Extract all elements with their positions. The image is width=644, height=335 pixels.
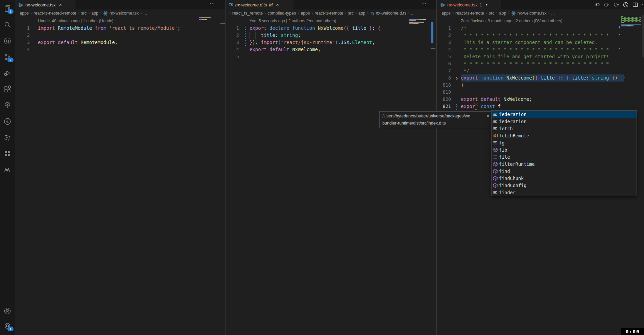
suggest-item-findChunk[interactable]: findChunk (492, 175, 637, 182)
breadcrumb-item[interactable]: apps (20, 11, 29, 16)
breadcrumb-item[interactable]: react_ts_remote (232, 11, 263, 16)
git-graph-icon[interactable] (0, 116, 15, 127)
minimap[interactable] (621, 22, 624, 23)
git-blame-annotation[interactable]: Hanric, 48 minutes ago | 1 author (Hanri… (38, 18, 113, 25)
fold-chevron-icon[interactable] (454, 75, 459, 81)
suggest-item-federation[interactable]: federation (492, 118, 637, 125)
minimap-gutter-marker[interactable] (619, 26, 620, 28)
breadcrumb-item[interactable]: ... (411, 11, 414, 16)
suggest-item-fib[interactable]: fib (492, 146, 637, 153)
breadcrumb-item[interactable]: src (489, 11, 495, 16)
code-line-3[interactable]: 3 This is a starter component and can be… (437, 39, 644, 46)
source-control-icon[interactable]: 7 (0, 51, 15, 63)
scrollbar-slider[interactable] (220, 23, 225, 24)
suggest-item-find[interactable]: find (492, 168, 637, 175)
code-line-820[interactable]: 820export default NxWelcome; (437, 96, 644, 103)
suggest-item-findConfig[interactable]: findConfig (492, 182, 637, 189)
code-line-3[interactable]: 3}): import("react/jsx-runtime").JSX.Ele… (225, 39, 437, 46)
code-line-3[interactable]: 3export default RemoteModule; (15, 39, 225, 46)
breadcrumb-item[interactable]: apps (442, 11, 451, 16)
breadcrumb-item[interactable]: nx-welcome.tsx (103, 11, 139, 16)
code-editor[interactable]: Zack Jackson, 9 months ago | 2 authors (… (437, 17, 644, 110)
suggest-item-finder[interactable]: finder (492, 189, 637, 196)
close-icon[interactable]: × (59, 2, 62, 7)
suggest-item-fg[interactable]: fg (492, 139, 637, 146)
minimap[interactable] (621, 21, 641, 22)
minimap-highlight[interactable] (621, 24, 641, 25)
grid-icon[interactable] (0, 148, 15, 159)
code-line-5[interactable]: 5 (225, 53, 437, 60)
code-line-818[interactable]: 818} (437, 82, 644, 89)
search-icon[interactable] (0, 19, 15, 30)
breadcrumb-item[interactable]: nx-welcome.tsx (511, 11, 546, 16)
code-line-1[interactable]: 1export declare function NxWelcome({ tit… (225, 25, 437, 32)
breadcrumb-item[interactable]: src (348, 11, 354, 16)
code-editor[interactable]: Hanric, 48 minutes ago | 1 author (Hanri… (15, 17, 225, 53)
minimap[interactable] (621, 25, 634, 26)
close-icon[interactable]: × (486, 112, 489, 119)
breadcrumb-item[interactable]: ... (143, 11, 147, 16)
minimap-gutter-marker[interactable] (619, 48, 620, 49)
more-actions-button[interactable]: ⋯ (421, 1, 427, 7)
minimap[interactable] (621, 20, 640, 21)
todo-tree-icon[interactable] (0, 99, 15, 111)
ribbon-icon[interactable] (0, 132, 15, 143)
minimap[interactable] (409, 23, 419, 24)
minimap[interactable] (409, 20, 416, 21)
breadcrumb-item[interactable]: compiled-types (267, 11, 296, 16)
suggest-item-fetch[interactable]: fetch (492, 125, 637, 132)
extensions-icon[interactable] (0, 84, 15, 95)
code-line-821[interactable]: 821export const f (437, 103, 644, 110)
code-line-7[interactable]: 7 */ (437, 67, 644, 74)
explorer-icon[interactable]: 1 (0, 3, 15, 14)
scrollbar-slider[interactable] (642, 15, 644, 58)
circle-dash-icon[interactable] (603, 1, 610, 8)
minimap[interactable] (621, 19, 641, 20)
code-line-4[interactable]: 4export default NxWelcome; (225, 46, 437, 53)
minimap[interactable] (409, 19, 426, 20)
minimap[interactable] (621, 16, 623, 17)
code-line-2[interactable]: 2 title: string; (225, 32, 437, 39)
account-icon[interactable] (0, 305, 15, 317)
breadcrumb-item[interactable]: app (358, 11, 365, 16)
breadcrumb-item[interactable]: ... (551, 11, 555, 16)
code-editor[interactable]: You, 5 seconds ago | 2 authors (You and … (225, 17, 437, 60)
code-line-1[interactable]: 1/* (437, 25, 644, 32)
commit-graph-icon[interactable] (0, 35, 15, 47)
minimap[interactable] (621, 18, 638, 19)
circle-arrow-right-icon[interactable] (613, 1, 620, 8)
breadcrumb-item[interactable]: react-ts-nested-remote (33, 11, 76, 16)
code-line-1[interactable]: 1import RemoteModule from 'react_ts_remo… (15, 25, 225, 32)
breadcrumb-item[interactable]: react-ts-remote (455, 11, 484, 16)
suggest-item-filterRuntime[interactable]: filterRuntime (492, 160, 637, 168)
overview-ruler-modified[interactable] (431, 22, 433, 43)
code-line-819[interactable]: 819 (437, 89, 644, 96)
code-line-2[interactable]: 2 (15, 32, 225, 39)
wave-icon[interactable] (0, 164, 15, 176)
breadcrumb-item[interactable]: app (91, 11, 98, 16)
minimap[interactable] (409, 22, 424, 23)
git-blame-annotation[interactable]: Zack Jackson, 9 months ago | 2 authors (… (461, 18, 563, 25)
breadcrumb-item[interactable]: apps (301, 11, 310, 16)
code-line-6[interactable]: 6 * * * * * * * * * * * * * * * * * * * … (437, 60, 644, 67)
run-debug-icon[interactable] (0, 67, 15, 79)
breadcrumb-item[interactable]: react-ts-remote (315, 11, 343, 16)
minimap[interactable] (199, 17, 211, 18)
code-line-4[interactable]: 4 (15, 46, 225, 53)
history-icon[interactable] (622, 1, 629, 8)
minimap[interactable] (199, 19, 207, 20)
minimap-gutter-marker[interactable] (619, 34, 620, 35)
breadcrumb-item[interactable]: src (81, 11, 87, 16)
breadcrumb-item[interactable]: TSnx-welcome.d.ts (370, 11, 406, 16)
close-icon[interactable]: × (276, 2, 279, 7)
tab-nx-welcome.d.ts[interactable]: TSnx-welcome.d.tsM× (225, 0, 293, 9)
breadcrumb-item[interactable]: app (499, 11, 506, 16)
tab-nx-welcome.tsx[interactable]: nx-welcome.tsx× (15, 0, 75, 9)
code-line-5[interactable]: 5 Delete this file and get started with … (437, 53, 644, 60)
nav-back-icon[interactable] (593, 1, 600, 8)
suggest-item-fetchRemote[interactable]: [@]fetchRemote (492, 132, 637, 139)
dirty-indicator-dot[interactable]: ● (486, 3, 487, 6)
suggest-item-file[interactable]: file (492, 153, 637, 160)
scrollbar-slider[interactable] (431, 48, 435, 49)
tab-nx-welcome.tsx[interactable]: nx-welcome.tsx1● (437, 0, 501, 9)
